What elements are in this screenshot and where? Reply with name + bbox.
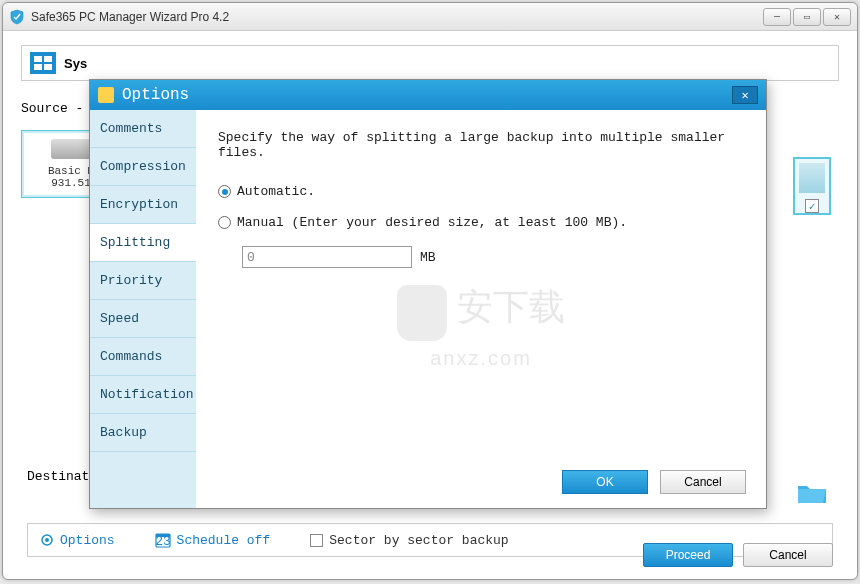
dialog-title: Options — [122, 86, 724, 104]
target-disk-checkbox[interactable]: ✓ — [805, 199, 819, 213]
svg-text:23: 23 — [155, 534, 171, 548]
app-icon — [9, 9, 25, 25]
options-dialog: Options ✕ Comments Compression Encryptio… — [89, 79, 767, 509]
calendar-icon: 23 — [155, 532, 171, 548]
dialog-sidebar: Comments Compression Encryption Splittin… — [90, 110, 196, 508]
sector-backup-option[interactable]: Sector by sector backup — [310, 533, 508, 548]
sidebar-item-notification[interactable]: Notification — [90, 376, 196, 414]
sidebar-item-priority[interactable]: Priority — [90, 262, 196, 300]
target-disk-card[interactable]: ✓ — [793, 157, 831, 215]
target-disk-icon — [799, 163, 825, 193]
toolbar-label: Sys — [64, 56, 87, 71]
destination-label: Destinati — [27, 469, 97, 484]
dialog-body: Comments Compression Encryption Splittin… — [90, 110, 766, 508]
svg-rect-1 — [34, 56, 42, 62]
sector-checkbox[interactable] — [310, 534, 323, 547]
sidebar-item-comments[interactable]: Comments — [90, 110, 196, 148]
watermark: 安下载 anxz.com — [397, 283, 565, 370]
titlebar: Safe365 PC Manager Wizard Pro 4.2 — ▭ ✕ — [3, 3, 857, 31]
proceed-button[interactable]: Proceed — [643, 543, 733, 567]
dialog-ok-button[interactable]: OK — [562, 470, 648, 494]
svg-rect-0 — [30, 52, 56, 74]
radio-automatic-label: Automatic. — [237, 184, 315, 199]
dialog-panel: Specify the way of splitting a large bac… — [196, 110, 766, 508]
svg-point-6 — [45, 538, 49, 542]
panel-description: Specify the way of splitting a large bac… — [218, 130, 744, 160]
main-toolbar: Sys — [21, 45, 839, 81]
sidebar-item-splitting[interactable]: Splitting — [90, 224, 196, 262]
svg-rect-2 — [44, 56, 52, 62]
size-input[interactable] — [242, 246, 412, 268]
size-unit-label: MB — [420, 250, 436, 265]
disk-icon — [51, 139, 91, 159]
radio-automatic-row[interactable]: Automatic. — [218, 184, 744, 199]
maximize-button[interactable]: ▭ — [793, 8, 821, 26]
dialog-titlebar: Options ✕ — [90, 80, 766, 110]
dialog-close-button[interactable]: ✕ — [732, 86, 758, 104]
svg-rect-4 — [44, 64, 52, 70]
close-button[interactable]: ✕ — [823, 8, 851, 26]
schedule-link[interactable]: 23 Schedule off — [155, 532, 271, 548]
main-content: Sys Source - Basic M 931.51 ✓ Destinati — [3, 31, 857, 579]
sidebar-item-commands[interactable]: Commands — [90, 338, 196, 376]
sidebar-item-backup[interactable]: Backup — [90, 414, 196, 452]
radio-automatic[interactable] — [218, 185, 231, 198]
size-input-row: MB — [242, 246, 744, 268]
cancel-button[interactable]: Cancel — [743, 543, 833, 567]
radio-manual-label: Manual (Enter your desired size, at leas… — [237, 215, 627, 230]
browse-folder-icon[interactable] — [797, 481, 827, 505]
svg-rect-3 — [34, 64, 42, 70]
radio-manual[interactable] — [218, 216, 231, 229]
app-window: Safe365 PC Manager Wizard Pro 4.2 — ▭ ✕ … — [2, 2, 858, 580]
window-title: Safe365 PC Manager Wizard Pro 4.2 — [31, 10, 763, 24]
minimize-button[interactable]: — — [763, 8, 791, 26]
windows-icon — [30, 52, 56, 74]
sidebar-item-compression[interactable]: Compression — [90, 148, 196, 186]
radio-manual-row[interactable]: Manual (Enter your desired size, at leas… — [218, 215, 744, 230]
options-link[interactable]: Options — [40, 533, 115, 548]
dialog-icon — [98, 87, 114, 103]
dialog-cancel-button[interactable]: Cancel — [660, 470, 746, 494]
sidebar-item-encryption[interactable]: Encryption — [90, 186, 196, 224]
sidebar-item-speed[interactable]: Speed — [90, 300, 196, 338]
gear-icon — [40, 533, 54, 547]
